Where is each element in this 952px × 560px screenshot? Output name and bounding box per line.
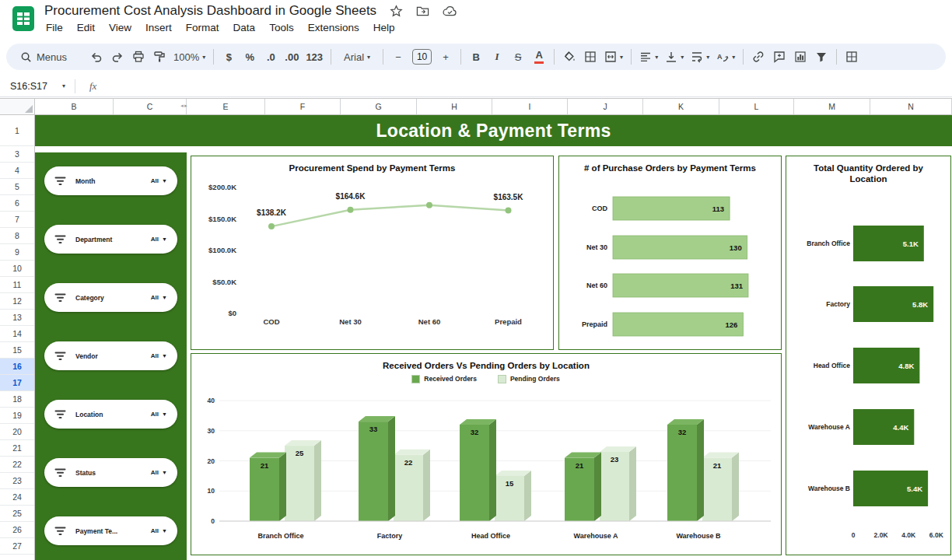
font-size-increase-button[interactable]: + — [436, 47, 456, 67]
fill-color-button[interactable] — [559, 47, 579, 67]
formula-input[interactable] — [96, 75, 952, 96]
italic-button[interactable]: I — [487, 47, 507, 67]
name-box-dropdown-icon[interactable]: ▾ — [62, 82, 65, 89]
chart-received-vs-pending[interactable]: Received Orders Vs Pending Orders by Loc… — [191, 353, 782, 555]
row-header-27[interactable]: 27 — [0, 538, 34, 555]
row-header-18[interactable]: 18 — [0, 391, 34, 408]
row-header-partial[interactable] — [0, 555, 34, 560]
row-header-12[interactable]: 12 — [0, 293, 34, 310]
column-header-J[interactable]: J — [568, 99, 643, 114]
filter-value-dropdown[interactable]: All▼ — [151, 469, 167, 476]
row-header-19[interactable]: 19 — [0, 408, 34, 424]
row-header-10[interactable]: 10 — [0, 261, 34, 277]
row-header-8[interactable]: 8 — [0, 228, 34, 244]
column-header-K[interactable]: K — [643, 99, 719, 114]
zoom-dropdown[interactable]: 100%▾ — [170, 47, 208, 67]
filter-value-dropdown[interactable]: All▼ — [151, 352, 167, 359]
row-header-13[interactable]: 13 — [0, 310, 34, 326]
row-header-4[interactable]: 4 — [0, 163, 34, 179]
row-header-22[interactable]: 22 — [0, 457, 34, 473]
menu-item-extensions[interactable]: Extensions — [301, 19, 366, 36]
font-size-input[interactable]: 10 — [409, 47, 435, 67]
redo-button[interactable] — [107, 47, 128, 67]
star-icon[interactable] — [390, 5, 403, 18]
menu-item-edit[interactable]: Edit — [70, 19, 102, 36]
create-filter-button[interactable] — [811, 47, 831, 67]
paint-format-button[interactable] — [149, 47, 170, 67]
vertical-align-dropdown[interactable]: ▾ — [662, 47, 687, 67]
row-header-5[interactable]: 5 — [0, 179, 34, 195]
merge-cells-dropdown[interactable]: ▾ — [601, 47, 626, 67]
format-percent-button[interactable]: % — [240, 47, 260, 67]
filter-value-dropdown[interactable]: All▼ — [151, 236, 167, 243]
row-header-1[interactable]: 1 — [0, 115, 34, 146]
column-header-B[interactable]: B — [35, 99, 114, 114]
column-header-C[interactable]: C — [114, 99, 187, 114]
column-header-F[interactable]: F — [265, 99, 341, 114]
undo-button[interactable] — [86, 47, 107, 67]
sheets-logo-icon[interactable] — [10, 5, 37, 32]
row-header-6[interactable]: 6 — [0, 195, 34, 212]
menus-button[interactable]: Menus — [14, 47, 76, 67]
row-header-26[interactable]: 26 — [0, 522, 34, 538]
pivot-table-button[interactable] — [842, 47, 862, 67]
row-header-21[interactable]: 21 — [0, 440, 34, 457]
row-header-16[interactable]: 16 — [0, 359, 34, 375]
print-button[interactable] — [128, 47, 149, 67]
name-box[interactable]: S16:S17 ▾ — [0, 81, 72, 92]
filter-vendor[interactable]: VendorAll▼ — [44, 341, 177, 370]
text-rotation-dropdown[interactable]: A▾ — [713, 47, 738, 67]
bold-button[interactable]: B — [466, 47, 486, 67]
filter-payment-te[interactable]: Payment Te...All▼ — [44, 516, 177, 545]
menu-item-file[interactable]: File — [39, 19, 70, 36]
document-title[interactable]: Procurement Cost Analysis Dashboard in G… — [44, 3, 376, 19]
font-dropdown[interactable]: Arial▾ — [336, 47, 378, 67]
menu-item-tools[interactable]: Tools — [262, 19, 301, 36]
row-header-9[interactable]: 9 — [0, 244, 34, 261]
row-header-11[interactable]: 11 — [0, 277, 34, 293]
borders-button[interactable] — [580, 47, 600, 67]
column-header-N[interactable]: N — [870, 99, 952, 114]
filter-category[interactable]: CategoryAll▼ — [44, 283, 177, 312]
row-header-23[interactable]: 23 — [0, 473, 34, 489]
menu-item-help[interactable]: Help — [366, 19, 402, 36]
font-size-decrease-button[interactable]: − — [388, 47, 408, 67]
row-header-24[interactable]: 24 — [0, 489, 34, 506]
row-header-15[interactable]: 15 — [0, 342, 34, 359]
horizontal-align-dropdown[interactable]: ▾ — [636, 47, 661, 67]
column-header-M[interactable]: M — [794, 99, 870, 114]
row-header-7[interactable]: 7 — [0, 212, 34, 228]
column-header-H[interactable]: H — [417, 99, 492, 114]
filter-location[interactable]: LocationAll▼ — [44, 400, 177, 429]
insert-comment-button[interactable] — [769, 47, 789, 67]
format-currency-button[interactable]: $ — [219, 47, 239, 67]
column-header-L[interactable]: L — [719, 99, 794, 114]
menu-item-data[interactable]: Data — [226, 19, 263, 36]
row-header-20[interactable]: 20 — [0, 424, 34, 440]
filter-value-dropdown[interactable]: All▼ — [151, 411, 167, 418]
filter-value-dropdown[interactable]: All▼ — [151, 177, 167, 184]
menu-item-insert[interactable]: Insert — [138, 19, 179, 36]
select-all-corner[interactable] — [0, 98, 35, 115]
column-header-I[interactable]: I — [492, 99, 568, 114]
chart-total-qty-by-location[interactable]: Total Quantity Ordered by Location Branc… — [786, 156, 951, 555]
menu-item-view[interactable]: View — [102, 19, 138, 36]
insert-link-button[interactable] — [748, 47, 768, 67]
filter-value-dropdown[interactable]: All▼ — [151, 294, 167, 301]
number-format-dropdown[interactable]: 123 — [303, 47, 326, 67]
increase-decimal-button[interactable]: .00 — [282, 47, 302, 67]
insert-chart-button[interactable] — [790, 47, 810, 67]
chart-po-count-by-payment-terms[interactable]: # of Purchase Orders by Payment Terms CO… — [558, 156, 782, 350]
filter-status[interactable]: StatusAll▼ — [44, 458, 177, 487]
menu-item-format[interactable]: Format — [179, 19, 226, 36]
column-header-E[interactable]: E — [187, 99, 265, 114]
row-header-14[interactable]: 14 — [0, 326, 34, 342]
filter-month[interactable]: MonthAll▼ — [44, 166, 177, 195]
text-color-button[interactable]: A — [529, 47, 549, 67]
move-folder-icon[interactable] — [416, 5, 429, 18]
chart-spend-by-payment-terms[interactable]: Procurement Spend by Payment Terms $200.… — [191, 156, 554, 350]
strikethrough-button[interactable]: S — [508, 47, 528, 67]
column-header-G[interactable]: G — [341, 99, 417, 114]
row-header-17[interactable]: 17 — [0, 375, 34, 391]
decrease-decimal-button[interactable]: .0 — [261, 47, 281, 67]
